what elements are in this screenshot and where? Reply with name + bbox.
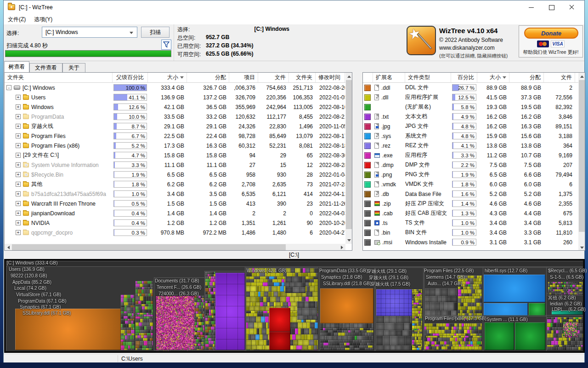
treemap-label[interactable]: System ... (11.1 GB) bbox=[486, 317, 528, 322]
treemap-label[interactable]: ProgramData (67.1 GB) bbox=[18, 299, 67, 304]
scroll-thumb[interactable] bbox=[12, 244, 286, 251]
ext-row[interactable]: .exe应用程序3.3 %11.2 GB10.7 GB9,169 bbox=[363, 150, 585, 160]
col-header-files[interactable]: 文件 bbox=[258, 73, 289, 82]
scroll-up-arrow[interactable] bbox=[345, 73, 352, 80]
treemap-label[interactable]: leidian (6.2 GB) bbox=[550, 301, 582, 306]
tree-hscrollbar[interactable] bbox=[5, 244, 345, 251]
filter-button[interactable] bbox=[161, 40, 171, 50]
treemap-label[interactable]: 穿越火线 (29.1 GB) bbox=[367, 268, 407, 275]
tree-row[interactable]: +Warcraft III Frozen Throne0.5 %1.5 GB1.… bbox=[5, 199, 352, 208]
treemap-label[interactable]: SSLibrary.ddl (21.8 GB) bbox=[323, 281, 371, 286]
col-header-modified[interactable]: 修改时间 bbox=[316, 73, 345, 82]
ext-row[interactable]: .msiWindows Installe0.9 %3.1 GB3.1 GB260 bbox=[363, 237, 585, 247]
ext-row[interactable]: .zip好压 ZIP 压缩文1.4 %4.6 GB4.6 GB2,355 bbox=[363, 199, 585, 208]
treemap-label[interactable]: Auto... (14.7 GB) bbox=[428, 281, 462, 286]
scroll-left-arrow[interactable] bbox=[5, 244, 12, 251]
treemap-label[interactable]: Program Files (x86) (17.3 GB) bbox=[425, 316, 486, 321]
tree-row[interactable]: +[29 文件在 C:\]4.7 %15.8 GB15.8 GB94296520… bbox=[5, 150, 352, 160]
treemap-label[interactable]: Windows (42.1 GB) bbox=[247, 268, 287, 273]
expander-icon[interactable]: + bbox=[16, 104, 21, 109]
ext-row[interactable]: .vmdkVMDK 文件1.8 %6.0 GB6.0 GB6 bbox=[363, 179, 585, 189]
expander-icon[interactable]: + bbox=[16, 230, 21, 235]
ext-row[interactable]: .binBIN 文件1.0 %3.4 GB3.3 GB11,810 bbox=[363, 228, 585, 237]
expander-icon[interactable]: + bbox=[16, 114, 21, 119]
treemap-label[interactable]: Siemens (14.7 GB) bbox=[426, 275, 465, 280]
treemap-label[interactable]: AppData (85.2 GB) bbox=[12, 280, 51, 285]
donate-button[interactable]: Donate bbox=[524, 28, 578, 39]
tree-row[interactable]: +System Volume Information3.3 %11.1 GB11… bbox=[5, 160, 352, 170]
tree-row[interactable]: +Users41.1 %136.9 GB137.2 GB326,709220,3… bbox=[5, 92, 352, 102]
treemap-label[interactable]: $Recycl... (6.5 GB) bbox=[548, 268, 587, 273]
brand-website[interactable]: www.diskanalyzer.com bbox=[439, 45, 495, 51]
ext-row[interactable]: .dmpDMP 文件2.2 %7.5 GB7.5 GB207 bbox=[363, 160, 585, 170]
tab-2[interactable]: 关于 bbox=[62, 63, 85, 73]
tree-row[interactable]: +其他1.8 %6.2 GB6.2 GB2,7082,635732021-07-… bbox=[5, 179, 352, 189]
treemap[interactable]: [C:] Windows (333.4 GB)Users (136.9 GB)9… bbox=[4, 259, 585, 353]
menu-item-0[interactable]: 文件(Z) bbox=[4, 14, 30, 24]
col-header-alloc2[interactable]: 分配 bbox=[509, 73, 544, 82]
treemap-label[interactable]: Program Files (22.5 GB) bbox=[424, 268, 474, 273]
expander-icon[interactable]: + bbox=[16, 133, 21, 138]
col-header-folder[interactable]: 文件夹 bbox=[5, 73, 113, 82]
ext-vscrollbar[interactable] bbox=[578, 73, 585, 251]
treemap-label[interactable]: Local (74.2 GB) bbox=[14, 286, 46, 291]
expander-icon[interactable]: + bbox=[16, 211, 21, 216]
treemap-label[interactable]: 穿越火线 (17.5 GB) bbox=[371, 281, 410, 288]
tree-row[interactable]: +穿越火线8.7 %29.1 GB29.1 GB24,32622,8301,49… bbox=[5, 121, 352, 131]
maximize-button[interactable] bbox=[541, 0, 561, 14]
expander-icon[interactable]: + bbox=[16, 182, 21, 187]
tree-row[interactable]: +jianpianDownload0.4 %1.4 GB1.4 GB220202… bbox=[5, 208, 352, 218]
tab-1[interactable]: 文件查看 bbox=[29, 63, 62, 73]
treemap-label[interactable]: ProgramData (33.5 GB) bbox=[319, 268, 368, 273]
expander-icon[interactable]: + bbox=[16, 191, 21, 196]
scroll-down-arrow[interactable] bbox=[345, 236, 352, 244]
scroll-right-arrow[interactable] bbox=[338, 244, 345, 251]
col-header-files2[interactable]: 文件 bbox=[544, 73, 575, 82]
tree-row[interactable]: -[C:] Windows100.0 %333.4 GB326.7 GB,006… bbox=[5, 83, 352, 92]
treemap-label[interactable]: Documents (31.7 GB) bbox=[155, 278, 199, 283]
expander-icon[interactable]: + bbox=[16, 172, 21, 177]
col-header-type[interactable]: 文件类型 bbox=[405, 73, 451, 82]
treemap-label[interactable]: 724000... (26.3 GB) bbox=[158, 291, 199, 296]
close-button[interactable] bbox=[561, 0, 582, 14]
ext-row[interactable]: .jpgJPG 文件4.8 %16.2 GB16.3 GB89,151 bbox=[363, 121, 585, 131]
scroll-down-arrow[interactable] bbox=[578, 244, 585, 251]
col-header-parent-pct[interactable]: 父级百分比 bbox=[113, 73, 148, 82]
treemap-canvas[interactable] bbox=[5, 260, 584, 352]
treemap-label[interactable]: VirtualStore (67.1 GB) bbox=[16, 292, 61, 297]
ext-row[interactable]: .dbData Base File1.6 %5.2 GB5.2 GB1,375 bbox=[363, 189, 585, 199]
treemap-label[interactable]: Synaptics (21.8 GB) bbox=[321, 275, 362, 280]
treemap-label[interactable]: SSLibrary.ddl (67.1 GB) bbox=[23, 310, 71, 316]
expander-icon[interactable]: + bbox=[16, 153, 21, 158]
drive-select-dropdown[interactable]: [C:] Windows bbox=[42, 27, 137, 38]
treemap-label[interactable]: LDPL... (6.2 GB) bbox=[552, 307, 586, 312]
col-header-pct[interactable]: 百分比 bbox=[451, 73, 477, 82]
ext-row[interactable]: .ddlDDL 文件26.7 %88.9 GB88.9 GB2 bbox=[363, 83, 585, 92]
expander-icon[interactable]: + bbox=[16, 162, 21, 167]
tab-0[interactable]: 树查看 bbox=[4, 61, 29, 72]
treemap-label[interactable]: 其他 (6.2 GB) bbox=[548, 295, 576, 301]
col-header-size2[interactable]: 大小 bbox=[477, 73, 509, 82]
col-header-size[interactable]: 大小 bbox=[148, 73, 187, 82]
tree-row[interactable]: +b75a1dfca213dfa475aa55f69a1.0 %3.4 GB3.… bbox=[5, 189, 352, 199]
tree-row[interactable]: +qqpcmgr_docpro0.3 %970.8 MB972.2 MB1,48… bbox=[5, 228, 352, 237]
ext-row[interactable]: .pngPNG 文件1.9 %6.5 GB6.6 GB79,494 bbox=[363, 170, 585, 179]
ext-row[interactable]: .tsTS 文件1.0 %3.4 GB3.4 GB5,813 bbox=[363, 218, 585, 228]
ext-row[interactable]: .cab好压 CAB 压缩文1.3 %4.3 GB4.4 GB675 bbox=[363, 208, 585, 218]
expander-icon[interactable]: + bbox=[16, 124, 21, 129]
treemap-label[interactable]: Tencent F... (26.6 GB) bbox=[157, 285, 201, 290]
scan-button[interactable]: 扫描 bbox=[141, 27, 170, 38]
scroll-up-arrow[interactable] bbox=[578, 73, 585, 80]
expander-icon[interactable]: - bbox=[6, 85, 11, 90]
minimize-button[interactable] bbox=[521, 0, 541, 14]
treemap-label[interactable]: 98222 (120.8 GB) bbox=[11, 273, 47, 278]
col-header-swatch[interactable] bbox=[363, 73, 373, 82]
tree-row[interactable]: +NVIDIA0.4 %1.2 GB1.2 GB1,3511,261902020… bbox=[5, 218, 352, 228]
scroll-thumb[interactable] bbox=[346, 80, 352, 229]
expander-icon[interactable]: + bbox=[16, 201, 21, 206]
col-header-ext[interactable]: 扩展名 bbox=[373, 73, 405, 82]
treemap-label[interactable]: Synaptics (67.1 GB) bbox=[20, 305, 61, 310]
treemap-label[interactable]: 穿越火线 (29.1 GB) bbox=[369, 275, 408, 281]
col-header-alloc[interactable]: 分配 bbox=[187, 73, 229, 82]
col-header-folders[interactable]: 文件夹 bbox=[289, 73, 316, 82]
